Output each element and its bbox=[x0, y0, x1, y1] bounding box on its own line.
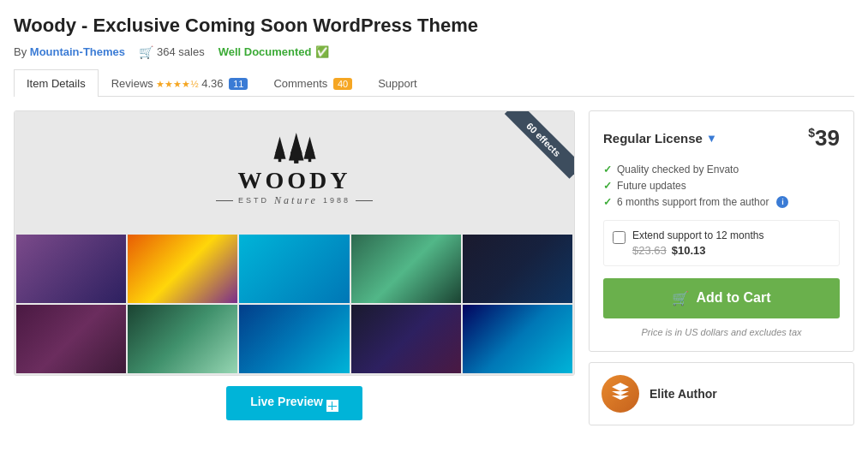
thumb-3 bbox=[239, 235, 349, 303]
comments-badge: 40 bbox=[333, 78, 352, 90]
price-dollar-sign: $ bbox=[808, 126, 815, 140]
add-to-cart-button[interactable]: 🛒 Add to Cart bbox=[603, 278, 840, 318]
feature-quality: ✓ Quality checked by Envato bbox=[603, 164, 840, 175]
woody-brand-text: WOODY bbox=[238, 167, 351, 194]
cart-btn-icon: 🛒 bbox=[672, 290, 689, 306]
price-note: Price is in US dollars and excludes tax bbox=[603, 327, 840, 337]
extend-support-label: Extend support to 12 months bbox=[632, 229, 763, 241]
thumb-2 bbox=[128, 235, 237, 303]
thumb-8 bbox=[239, 305, 349, 373]
svg-rect-5 bbox=[294, 158, 298, 163]
well-documented-badge: Well Documented ✅ bbox=[218, 45, 329, 58]
features-list: ✓ Quality checked by Envato ✓ Future upd… bbox=[603, 164, 840, 208]
sales-count: 🛒 364 sales bbox=[139, 45, 205, 59]
author-avatar bbox=[602, 375, 639, 413]
thumbnails-grid bbox=[15, 233, 574, 375]
ribbon-text: 60 effects bbox=[505, 111, 574, 179]
svg-marker-7 bbox=[305, 140, 314, 152]
check-circle-icon: ✅ bbox=[315, 45, 329, 58]
license-label: Regular License ▼ bbox=[603, 131, 717, 146]
thumb-1 bbox=[16, 235, 126, 303]
extend-old-price: $23.63 bbox=[632, 244, 667, 257]
author-link[interactable]: Mountain-Themes bbox=[30, 45, 125, 58]
woody-logo-area: WOODY ESTD Nature 1988 bbox=[216, 128, 373, 207]
svg-marker-1 bbox=[275, 140, 284, 152]
purchase-box: Regular License ▼ $39 ✓ Quality checked … bbox=[589, 110, 854, 352]
check-icon-1: ✓ bbox=[603, 164, 612, 175]
thumb-4 bbox=[351, 235, 461, 303]
estd-line: ESTD Nature 1988 bbox=[216, 194, 373, 207]
page-wrapper: Woody - Exclusive Coming Soon WordPress … bbox=[0, 0, 868, 425]
tab-item-details[interactable]: Item Details bbox=[14, 69, 99, 97]
elite-author-label: Elite Author bbox=[650, 387, 717, 401]
meta-bar: By Mountain-Themes 🛒 364 sales Well Docu… bbox=[14, 45, 854, 59]
thumb-7 bbox=[128, 305, 237, 373]
page-title: Woody - Exclusive Coming Soon WordPress … bbox=[14, 14, 854, 39]
trees-svg bbox=[265, 128, 325, 167]
check-icon-2: ✓ bbox=[603, 180, 612, 192]
feature-support: ✓ 6 months support from the author i bbox=[603, 196, 840, 208]
tab-support[interactable]: Support bbox=[365, 69, 430, 97]
nature-italic: Nature bbox=[274, 194, 318, 207]
tabs-bar: Item Details Reviews ★★★★½ 4.36 11 Comme… bbox=[14, 69, 854, 97]
svg-rect-2 bbox=[278, 157, 281, 161]
thumb-10 bbox=[463, 305, 572, 373]
cart-icon: 🛒 bbox=[139, 45, 153, 59]
tab-reviews[interactable]: Reviews ★★★★½ 4.36 11 bbox=[99, 69, 261, 97]
author-box: Elite Author bbox=[589, 362, 854, 425]
extend-text-area: Extend support to 12 months $23.63 $10.1… bbox=[632, 229, 763, 257]
preview-container: 60 effects bbox=[14, 110, 575, 376]
estd-left-line bbox=[216, 200, 233, 201]
tab-comments[interactable]: Comments 40 bbox=[260, 69, 365, 97]
preview-section: 60 effects bbox=[14, 110, 575, 425]
extend-prices: $23.63 $10.13 bbox=[632, 244, 763, 257]
author-avatar-icon bbox=[610, 381, 631, 406]
thumb-9 bbox=[351, 305, 461, 373]
grid-icon bbox=[326, 400, 338, 412]
info-icon[interactable]: i bbox=[776, 196, 788, 208]
price-display: $39 bbox=[808, 125, 840, 152]
main-content: 60 effects bbox=[14, 110, 854, 425]
live-preview-button[interactable]: Live Preview bbox=[226, 386, 362, 421]
stars-icon: ★★★★½ bbox=[156, 79, 198, 89]
thumb-5 bbox=[463, 235, 572, 303]
ribbon-corner: 60 effects bbox=[497, 111, 574, 188]
by-label: By Mountain-Themes bbox=[14, 45, 125, 58]
thumb-6 bbox=[16, 305, 126, 373]
license-row: Regular License ▼ $39 bbox=[603, 125, 840, 152]
extend-new-price: $10.13 bbox=[672, 244, 706, 257]
check-icon-3: ✓ bbox=[603, 196, 612, 208]
feature-updates: ✓ Future updates bbox=[603, 180, 840, 192]
extend-support-row: Extend support to 12 months $23.63 $10.1… bbox=[603, 220, 840, 266]
preview-btn-wrap: Live Preview bbox=[14, 386, 575, 421]
svg-rect-8 bbox=[308, 157, 311, 161]
license-dropdown-icon[interactable]: ▼ bbox=[706, 132, 717, 145]
reviews-badge: 11 bbox=[229, 78, 248, 90]
extend-support-checkbox[interactable] bbox=[613, 231, 626, 244]
estd-right-line bbox=[356, 200, 373, 201]
sidebar: Regular License ▼ $39 ✓ Quality checked … bbox=[589, 110, 854, 425]
svg-marker-4 bbox=[290, 136, 302, 153]
